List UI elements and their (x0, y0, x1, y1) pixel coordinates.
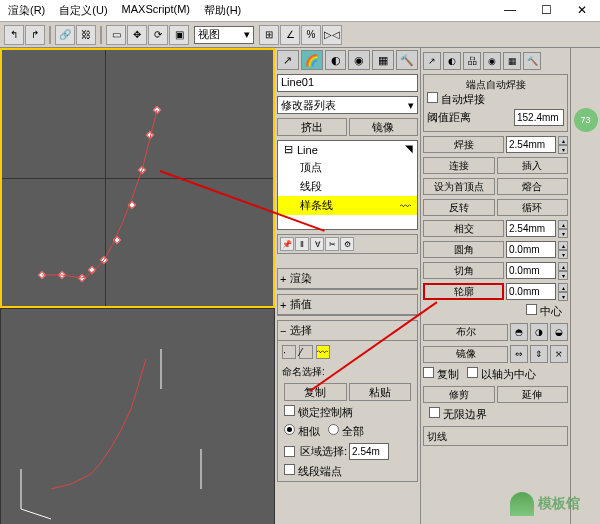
modifier-list-dropdown[interactable]: 修改器列表▾ (277, 96, 418, 114)
paste-selection-button[interactable]: 粘贴 (349, 383, 412, 401)
outline-button[interactable]: 轮廓 (423, 283, 504, 300)
tree-root-line[interactable]: ⊟Line (278, 141, 417, 158)
mirror-both-icon[interactable]: ⤧ (550, 345, 568, 363)
copy-selection-button[interactable]: 复制 (284, 383, 347, 401)
tool-angle-button[interactable]: ∠ (280, 25, 300, 45)
tool-unlink-button[interactable]: ⛓ (76, 25, 96, 45)
main-toolbar: ↰ ↱ 🔗 ⛓ ▭ ✥ ⟳ ▣ 视图▾ ⊞ ∠ % ▷◁ (0, 22, 600, 48)
menu-maxscript[interactable]: MAXScript(M) (122, 3, 190, 18)
create-icon[interactable]: ↗ (423, 52, 441, 70)
weld-value[interactable]: 2.54mm (506, 136, 556, 153)
area-value[interactable]: 2.54m (349, 443, 389, 460)
chamfer-value[interactable]: 0.0mm (506, 262, 556, 279)
all-radio[interactable] (328, 424, 339, 435)
bool-union-icon[interactable]: ◓ (510, 323, 528, 341)
fillet-value[interactable]: 0.0mm (506, 241, 556, 258)
menu-custom[interactable]: 自定义(U) (59, 3, 107, 18)
reverse-button[interactable]: 反转 (423, 199, 495, 216)
modify-tab-icon[interactable]: 🌈 (301, 50, 323, 70)
tool-redo-button[interactable]: ↱ (25, 25, 45, 45)
area-select-checkbox[interactable] (284, 446, 295, 457)
copy-checkbox[interactable] (423, 367, 434, 378)
menu-render[interactable]: 渲染(R) (8, 3, 45, 18)
modify-icon[interactable]: ◐ (443, 52, 461, 70)
cycle-button[interactable]: 循环 (497, 199, 569, 216)
display-tab-icon[interactable]: ▦ (372, 50, 394, 70)
pin-stack-icon[interactable]: 📌 (280, 237, 294, 251)
chamfer-button[interactable]: 切角 (423, 262, 504, 279)
motion-tab-icon[interactable]: ◉ (348, 50, 370, 70)
cross-value[interactable]: 2.54mm (506, 220, 556, 237)
close-button[interactable]: ✕ (564, 0, 600, 20)
remove-icon[interactable]: ✂ (325, 237, 339, 251)
motion-icon[interactable]: ◉ (483, 52, 501, 70)
sub-segment-icon[interactable]: ⁄ (299, 345, 313, 359)
tool-rotate-button[interactable]: ⟳ (148, 25, 168, 45)
infinite-checkbox[interactable] (429, 407, 440, 418)
mirror-v-icon[interactable]: ⇕ (530, 345, 548, 363)
unique-icon[interactable]: ∀ (310, 237, 324, 251)
mirror-geo-button[interactable]: 镜像 (423, 346, 508, 363)
object-name-input[interactable]: Line01 (277, 74, 418, 92)
similar-radio[interactable] (284, 424, 295, 435)
tool-percent-button[interactable]: % (301, 25, 321, 45)
tree-segment[interactable]: 线段 (278, 177, 417, 196)
tool-scale-button[interactable]: ▣ (169, 25, 189, 45)
connect-button[interactable]: 连接 (423, 157, 495, 174)
boolean-button[interactable]: 布尔 (423, 324, 508, 341)
rollout-interpolation[interactable]: +插值 (277, 294, 418, 316)
extend-button[interactable]: 延伸 (497, 386, 569, 403)
sub-spline-icon[interactable]: 〰 (316, 345, 330, 359)
tool-snap-button[interactable]: ⊞ (259, 25, 279, 45)
tool-mirror-button[interactable]: ▷◁ (322, 25, 342, 45)
threshold-value[interactable]: 152.4mm (514, 109, 564, 126)
sub-vertex-icon[interactable]: · (282, 345, 296, 359)
center-checkbox[interactable] (526, 304, 537, 315)
insert-button[interactable]: 插入 (497, 157, 569, 174)
tree-spline[interactable]: 样条线 〰 (278, 196, 417, 215)
show-end-icon[interactable]: Ⅱ (295, 237, 309, 251)
tree-vertex[interactable]: 顶点 (278, 158, 417, 177)
fillet-button[interactable]: 圆角 (423, 241, 504, 258)
create-tab-icon[interactable]: ↗ (277, 50, 299, 70)
fuse-button[interactable]: 熔合 (497, 178, 569, 195)
hierarchy-tab-icon[interactable]: ◐ (325, 50, 347, 70)
lock-handles-checkbox[interactable] (284, 405, 295, 416)
bool-sub-icon[interactable]: ◑ (530, 323, 548, 341)
cross-spinner[interactable]: ▴▾ (558, 220, 568, 237)
extrude-button[interactable]: 挤出 (277, 118, 347, 136)
maximize-button[interactable]: ☐ (528, 0, 564, 20)
display-icon[interactable]: ▦ (503, 52, 521, 70)
utilities-tab-icon[interactable]: 🔨 (396, 50, 418, 70)
util-icon[interactable]: 🔨 (523, 52, 541, 70)
segment-end-checkbox[interactable] (284, 464, 295, 475)
config-icon[interactable]: ⚙ (340, 237, 354, 251)
modifier-stack[interactable]: ◥ ⊟Line 顶点 线段 样条线 〰 (277, 140, 418, 230)
fillet-spinner[interactable]: ▴▾ (558, 241, 568, 258)
viewport-bottom[interactable] (0, 308, 275, 524)
outline-value[interactable]: 0.0mm (506, 283, 556, 300)
first-vertex-button[interactable]: 设为首顶点 (423, 178, 495, 195)
viewport-dropdown[interactable]: 视图▾ (194, 26, 254, 44)
hier-icon[interactable]: 品 (463, 52, 481, 70)
mirror-button[interactable]: 镜像 (349, 118, 419, 136)
weld-button[interactable]: 焊接 (423, 136, 504, 153)
modify-panel: ↗ 🌈 ◐ ◉ ▦ 🔨 Line01 修改器列表▾ 挤出 镜像 ◥ ⊟Line … (275, 48, 420, 524)
cross-button[interactable]: 相交 (423, 220, 504, 237)
outline-spinner[interactable]: ▴▾ (558, 283, 568, 300)
bool-int-icon[interactable]: ◒ (550, 323, 568, 341)
auto-weld-checkbox[interactable] (427, 92, 438, 103)
tool-link-button[interactable]: 🔗 (55, 25, 75, 45)
axis-center-checkbox[interactable] (467, 367, 478, 378)
rollout-render[interactable]: +渲染 (277, 268, 418, 290)
chamfer-spinner[interactable]: ▴▾ (558, 262, 568, 279)
tool-undo-button[interactable]: ↰ (4, 25, 24, 45)
minimize-button[interactable]: — (492, 0, 528, 20)
weld-spinner[interactable]: ▴▾ (558, 136, 568, 153)
mirror-h-icon[interactable]: ⇔ (510, 345, 528, 363)
trim-button[interactable]: 修剪 (423, 386, 495, 403)
viewport-top[interactable] (0, 48, 275, 308)
tool-move-button[interactable]: ✥ (127, 25, 147, 45)
menu-help[interactable]: 帮助(H) (204, 3, 241, 18)
tool-select-button[interactable]: ▭ (106, 25, 126, 45)
